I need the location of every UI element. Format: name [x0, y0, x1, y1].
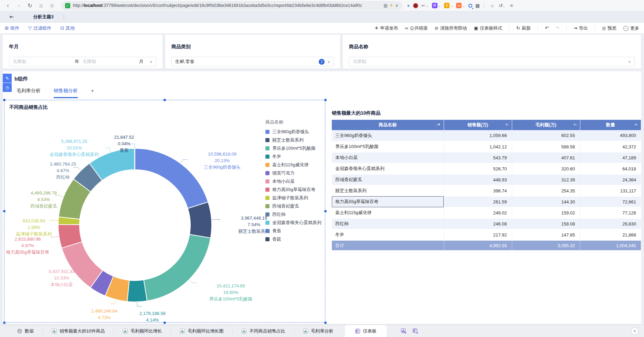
resize-handle[interactable]: [3, 210, 6, 212]
filter-button[interactable]: ▽过滤组件: [28, 25, 51, 31]
legend-item[interactable]: 三全960g奶香馒头: [265, 129, 325, 135]
refresh-button[interactable]: ↻刷新: [516, 25, 531, 31]
address-bar[interactable]: ✓ http://localhost:37799/webroot/decisio…: [61, 1, 402, 10]
collapse-chevron-icon[interactable]: ∧: [631, 327, 638, 335]
apps-grid-icon[interactable]: ▦: [475, 3, 480, 8]
edit-pencil-icon[interactable]: ✎: [3, 74, 12, 83]
value-cell[interactable]: 588.58: [512, 141, 580, 152]
yearmonth-input[interactable]: 无限制 年 无限制 月 ∨: [9, 57, 156, 66]
schedule-clock-icon[interactable]: ◷: [3, 83, 12, 92]
value-cell[interactable]: 147.85: [512, 229, 580, 240]
column-header[interactable]: 毛利额(万)≡↓: [512, 120, 580, 130]
red-badge-extension-icon[interactable]: [413, 3, 418, 8]
lightning-icon[interactable]: ϟ: [390, 3, 392, 8]
category-select[interactable]: 生鲜,零食 2 ∨: [171, 57, 334, 66]
legend-item[interactable]: 香菇: [265, 236, 325, 242]
product-name-cell[interactable]: 嘉士利115g威化饼: [332, 207, 444, 218]
legend-item[interactable]: 德芙巧克力: [265, 170, 325, 176]
undo-button[interactable]: ↶: [545, 25, 549, 31]
legend-item[interactable]: 养乐多100ml*5乳酸菌: [265, 145, 325, 151]
tab-sales-analysis[interactable]: 销售额分析: [54, 88, 78, 98]
value-cell[interactable]: 261.59: [444, 196, 512, 207]
scissors-extension-icon[interactable]: ✂⌄: [421, 3, 429, 8]
value-cell[interactable]: 29,830: [580, 218, 641, 229]
bottom-tab-2[interactable]: 毛利额环比增长: [123, 328, 162, 334]
legend-item[interactable]: 西域香妃蜜瓜: [265, 203, 325, 209]
product-name-cell[interactable]: 西红柿: [332, 218, 444, 229]
value-cell[interactable]: 396.74: [444, 185, 512, 196]
url-chevron-icon[interactable]: ∨: [395, 3, 398, 8]
resize-handle[interactable]: [163, 99, 166, 101]
value-cell[interactable]: 1,059.66: [444, 130, 512, 141]
product-name-cell[interactable]: 本地小白菜: [332, 152, 444, 163]
legend-item[interactable]: 丽芝士散装系列: [265, 137, 325, 143]
unlink-button[interactable]: ⊘清除所有联动: [435, 25, 467, 31]
gamepad-extension-icon[interactable]: ••⌄: [456, 3, 465, 8]
tab-profit-rate-analysis[interactable]: 毛利率分析: [17, 88, 41, 97]
bottom-tab-5[interactable]: 毛利率分析: [303, 328, 333, 334]
other-button[interactable]: ⊡其他: [60, 25, 75, 31]
translate-extension-icon[interactable]: 译⌄: [432, 3, 441, 8]
column-header[interactable]: 数量≡↓: [580, 120, 641, 130]
shield-extension-icon[interactable]: ¥⌄: [444, 3, 453, 8]
bottom-tab-1[interactable]: 销售额最大的10件商品: [52, 328, 105, 334]
brightness-icon[interactable]: ☼: [488, 3, 496, 8]
value-cell[interactable]: 47,189: [580, 152, 641, 163]
sort-desc-icon[interactable]: ↓▼: [436, 123, 441, 126]
exit-edit-icon[interactable]: ⇤: [10, 14, 14, 20]
column-header[interactable]: 商品名称↓▼: [332, 120, 444, 130]
value-cell[interactable]: 254.35: [512, 185, 580, 196]
legend-item[interactable]: 盐津铺子散装系列: [265, 195, 325, 201]
value-cell[interactable]: 42,372: [580, 141, 641, 152]
resize-handle[interactable]: [163, 322, 166, 324]
add-chart-icon[interactable]: [401, 328, 407, 334]
resize-handle[interactable]: [3, 322, 6, 324]
product-name-cell[interactable]: 格力高55g草莓味百奇: [332, 196, 444, 207]
value-cell[interactable]: 131,117: [580, 185, 641, 196]
value-cell[interactable]: 24,364: [580, 174, 641, 185]
component-button[interactable]: ⊞组件: [5, 25, 19, 31]
legend-item[interactable]: 冬笋: [265, 154, 325, 160]
value-cell[interactable]: 1,042.12: [444, 141, 512, 152]
reader-icon[interactable]: ▤: [384, 3, 388, 8]
legend-item[interactable]: 格力高55g草莓味百奇: [265, 187, 325, 193]
add-dashboard-icon[interactable]: [413, 328, 418, 334]
value-cell[interactable]: 526.70: [444, 163, 512, 174]
value-cell[interactable]: 159.02: [512, 207, 580, 218]
link-button[interactable]: ∞公共链接: [405, 25, 428, 31]
home-icon[interactable]: ⌂: [36, 1, 45, 10]
product-name-cell[interactable]: 三全960g奶香馒头: [332, 130, 444, 141]
value-cell[interactable]: 158.08: [512, 218, 580, 229]
more-button[interactable]: ⋯更多: [623, 25, 639, 31]
forward-icon[interactable]: ›: [14, 1, 23, 10]
resize-handle[interactable]: [3, 99, 6, 101]
donut-chart-panel[interactable]: 不同商品销售占比 10,596,618.0920.13%三全960g奶香馒头3,…: [4, 100, 325, 323]
product-name-cell[interactable]: 西域香妃蜜瓜: [332, 174, 444, 185]
value-cell[interactable]: 543.79: [444, 152, 512, 163]
product-name-cell[interactable]: 冬笋: [332, 229, 444, 240]
history-icon[interactable]: ↺⌄: [498, 3, 506, 8]
sort-icon[interactable]: ≡↓: [574, 123, 577, 126]
bottom-tab-0[interactable]: 数据: [17, 328, 34, 334]
menu-icon[interactable]: ≡: [508, 3, 515, 8]
value-cell[interactable]: 144.30: [512, 196, 580, 207]
bottom-tab-3[interactable]: 毛利额环比增长图: [180, 328, 223, 334]
value-cell[interactable]: 407.61: [512, 152, 580, 163]
send-button[interactable]: ✈申请发布: [375, 25, 398, 31]
value-cell[interactable]: 72,661: [580, 196, 641, 207]
preview-button[interactable]: ◎预览: [602, 25, 616, 31]
product-name-cell[interactable]: 金冠森香颂夹心蛋糕系列: [332, 163, 444, 174]
value-cell[interactable]: 493,800: [580, 130, 641, 141]
bottom-tab-active-dashboard[interactable]: 仪表板: [345, 325, 387, 337]
legend-item[interactable]: 嘉士利115g威化饼: [265, 162, 325, 168]
redo-button[interactable]: ↷: [556, 25, 559, 31]
value-cell[interactable]: 217.92: [444, 229, 512, 240]
product-name-cell[interactable]: 丽芝士散装系列: [332, 185, 444, 196]
tab-more-icon[interactable]: ⋮: [62, 14, 66, 19]
resize-handle[interactable]: [324, 210, 327, 212]
legend-item[interactable]: 本地小白菜: [265, 178, 325, 185]
value-cell[interactable]: 249.02: [444, 207, 512, 218]
style-button[interactable]: ▣仪表板样式: [474, 25, 502, 31]
resize-handle[interactable]: [324, 99, 327, 101]
back-icon[interactable]: ‹: [3, 1, 12, 10]
